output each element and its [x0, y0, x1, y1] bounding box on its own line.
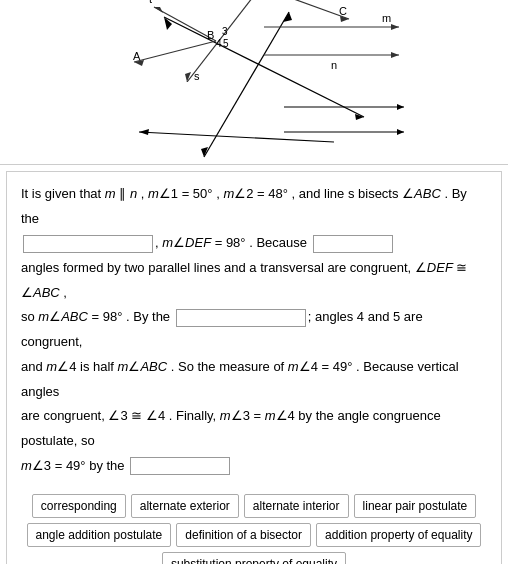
text-given: It is given that m ∥ n , m∠1 = 50° , m∠2…: [21, 186, 467, 226]
svg-line-16: [187, 0, 301, 82]
content-area: It is given that m ∥ n , m∠1 = 50° , m∠2…: [6, 171, 502, 564]
svg-marker-3: [397, 129, 404, 135]
svg-marker-2: [397, 104, 404, 110]
btn-definition-bisector[interactable]: definition of a bisector: [176, 523, 311, 547]
A-label: A: [133, 50, 141, 62]
text-parallel: angles formed by two parallel lines and …: [21, 260, 467, 300]
btn-addition-property[interactable]: addition property of equality: [316, 523, 481, 547]
btn-substitution[interactable]: substitution property of equality: [162, 552, 346, 564]
n-label: n: [331, 59, 337, 71]
angle3-label: 3: [222, 26, 228, 37]
problem-text: It is given that m ∥ n , m∠1 = 50° , m∠2…: [21, 182, 487, 478]
btn-corresponding[interactable]: corresponding: [32, 494, 126, 518]
svg-line-19: [164, 0, 349, 19]
svg-marker-11: [139, 129, 149, 135]
answer-box-3[interactable]: [176, 309, 306, 327]
btn-alternate-exterior[interactable]: alternate exterior: [131, 494, 239, 518]
angle5-label: 5: [223, 38, 229, 49]
m-label: m: [382, 12, 391, 24]
answer-box-1[interactable]: [23, 235, 153, 253]
svg-marker-27: [154, 7, 163, 13]
answer-box-2[interactable]: [313, 235, 393, 253]
svg-marker-13: [391, 24, 399, 30]
text-half: and m∠4 is half m∠ABC . So the measure o…: [21, 359, 459, 399]
svg-line-24: [134, 41, 216, 62]
angle4-label: 4: [216, 38, 222, 49]
diagram: .label { font-size: 11px; font-family: A…: [0, 0, 508, 165]
C-label: C: [339, 5, 347, 17]
s-label: s: [194, 70, 200, 82]
btn-angle-addition[interactable]: angle addition postulate: [27, 523, 172, 547]
text-abc: so m∠ABC = 98° . By the: [21, 309, 170, 324]
btn-alternate-interior[interactable]: alternate interior: [244, 494, 349, 518]
text-mdef: m∠DEF = 98° . Because: [162, 235, 307, 250]
t-label: t: [149, 0, 152, 5]
answer-buttons-container: corresponding alternate exterior alterna…: [21, 488, 487, 564]
answer-box-4[interactable]: [130, 457, 230, 475]
text-final: m∠3 = 49° by the: [21, 458, 125, 473]
svg-line-10: [139, 132, 334, 142]
B-label: B: [207, 29, 214, 41]
svg-marker-15: [391, 52, 399, 58]
text-congruent: are congruent, ∠3 ≅ ∠4 . Finally, m∠3 = …: [21, 408, 441, 448]
btn-linear-pair[interactable]: linear pair postulate: [354, 494, 477, 518]
